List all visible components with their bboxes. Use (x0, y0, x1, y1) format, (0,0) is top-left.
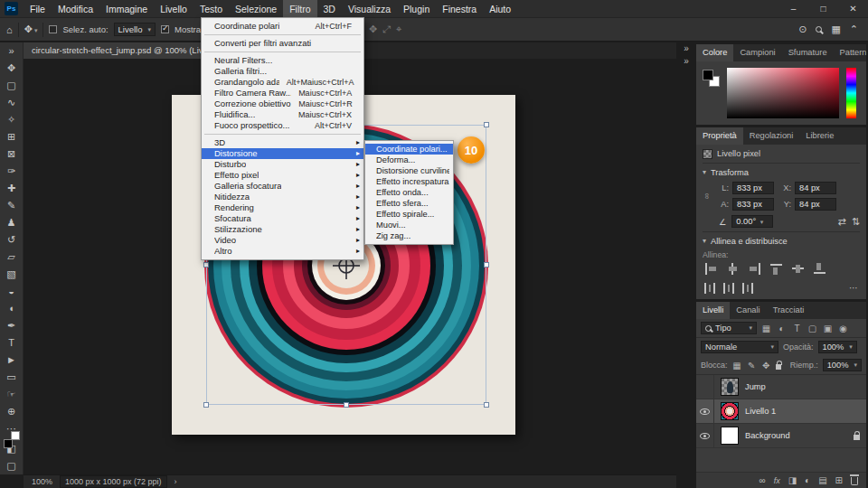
auto-select-target-dropdown[interactable]: Livello▾ (114, 23, 156, 36)
frame-tool[interactable]: ⊠ (1, 145, 23, 163)
screen-mode-icon[interactable]: ▢ (1, 457, 23, 474)
filter-menu-item[interactable]: Neural Filters... ▸ (202, 55, 363, 66)
menubar-item[interactable]: Visualizza (342, 0, 397, 18)
add-layer-mask-icon[interactable]: ◨ (788, 473, 797, 488)
transform-handle[interactable] (484, 262, 489, 267)
transform-handle[interactable] (484, 402, 489, 408)
move-tool[interactable]: ✥ (1, 60, 23, 77)
menubar-item[interactable]: Selezione (229, 0, 283, 18)
flip-vertical-icon[interactable]: ⇅ (852, 216, 860, 228)
filter-menu-item[interactable]: Effetto pixel ▸ (202, 170, 363, 181)
menubar-item[interactable]: 3D (317, 0, 342, 18)
fill-dropdown[interactable]: 100%▾ (823, 359, 862, 371)
zoom-level[interactable]: 100% (32, 477, 52, 486)
hand-tool[interactable]: ☞ (1, 386, 23, 403)
submenu-item[interactable]: Effetto spirale... (365, 209, 453, 220)
foreground-background-swatches[interactable] (4, 439, 20, 440)
close-button[interactable]: ✕ (838, 0, 868, 18)
workspace-icon[interactable]: ▦ (831, 23, 840, 35)
panel-tab[interactable]: Regolazioni (743, 127, 800, 145)
x-field[interactable]: 84 px (795, 182, 836, 194)
lasso-tool[interactable]: ∿ (1, 94, 23, 111)
submenu-item[interactable]: Muovi... (365, 220, 453, 230)
lock-pixels-icon[interactable]: ✎ (747, 361, 757, 371)
filter-type-layers-icon[interactable]: T (791, 324, 803, 333)
gradient-tool[interactable]: ▧ (1, 266, 23, 283)
filter-menu-item[interactable]: Converti per filtri avanzati ▸ (202, 38, 363, 49)
delete-layer-icon[interactable] (851, 477, 858, 485)
minimize-button[interactable]: – (778, 0, 808, 18)
transform-handle[interactable] (344, 402, 349, 408)
healing-brush-tool[interactable]: ✚ (1, 180, 23, 197)
blend-mode-dropdown[interactable]: Normale▾ (701, 341, 778, 353)
maximize-button[interactable]: □ (808, 0, 838, 18)
filter-menu-item[interactable]: Video ▸ (202, 235, 363, 246)
filter-menu-item[interactable]: Fuoco prospettico... Alt+Ctrl+V ▸ (202, 120, 363, 131)
layer-thumbnail[interactable] (721, 402, 739, 420)
photoshop-icon[interactable]: Ps (5, 2, 18, 15)
saturation-brightness-field[interactable] (727, 68, 839, 118)
chevron-down-icon[interactable]: ▾ (703, 237, 706, 245)
layer-row-livello-1[interactable]: Livello 1 (696, 399, 866, 424)
camera-3d-icon[interactable]: ⌖ (396, 23, 401, 35)
panel-tab[interactable]: Pattern (834, 44, 866, 61)
document-tab[interactable]: circular-stretch-effect_jump.psd @ 100% … (24, 42, 209, 59)
layer-row-background[interactable]: Background (696, 424, 866, 448)
quick-selection-tool[interactable]: ✧ (1, 111, 23, 128)
align-left-icon[interactable] (704, 263, 718, 275)
submenu-item[interactable]: Effetto onda... (365, 187, 453, 198)
pen-tool[interactable]: ✒ (1, 317, 23, 334)
submenu-item[interactable]: Distorsione curvilinea... (365, 165, 453, 176)
panel-tab[interactable]: Tracciati (767, 302, 811, 319)
height-field[interactable]: 833 px (732, 198, 774, 211)
path-selection-tool[interactable]: ► (1, 352, 23, 369)
align-center-vertical-icon[interactable] (791, 263, 805, 275)
opacity-dropdown[interactable]: 100%▾ (818, 341, 857, 353)
panel-tab[interactable]: Campioni (733, 44, 781, 61)
layer-row-jump[interactable]: Jump (696, 375, 866, 399)
distribute-vertical-icon[interactable] (742, 283, 753, 295)
slide-3d-icon[interactable]: ⤢ (382, 23, 391, 35)
filter-menu-item[interactable]: Nitidezza ▸ (202, 192, 363, 202)
history-brush-tool[interactable]: ↺ (1, 231, 23, 249)
flip-horizontal-icon[interactable]: ⇄ (838, 216, 846, 228)
hue-slider[interactable] (846, 68, 856, 118)
layer-thumbnail[interactable] (721, 378, 739, 396)
align-top-icon[interactable] (769, 263, 783, 275)
zoom-tool[interactable]: ⊕ (1, 403, 23, 420)
menubar-item[interactable]: Finestra (436, 0, 483, 18)
auto-select-checkbox[interactable] (49, 25, 57, 33)
align-bottom-icon[interactable] (813, 263, 826, 275)
new-group-icon[interactable]: ▤ (818, 473, 826, 488)
filter-smart-objects-icon[interactable]: ▣ (822, 324, 834, 333)
visibility-toggle[interactable] (696, 399, 714, 423)
chevron-up-icon[interactable]: ⌃ (850, 23, 858, 35)
type-tool[interactable]: T (1, 334, 23, 352)
crop-tool[interactable]: ⊞ (1, 128, 23, 145)
align-center-horizontal-icon[interactable] (726, 263, 740, 275)
collapse-tools-icon[interactable]: » (1, 42, 23, 60)
lock-all-icon[interactable] (776, 364, 781, 370)
lock-transparency-icon[interactable]: ▦ (732, 361, 742, 371)
menubar-item[interactable]: Livello (154, 0, 193, 18)
filter-menu-item[interactable]: Altro ▸ (202, 246, 363, 257)
distribute-horizontal-icon[interactable] (704, 283, 715, 295)
filter-menu-item[interactable]: Coordinate polari Alt+Ctrl+F ▸ (202, 21, 363, 32)
visibility-toggle[interactable] (696, 424, 714, 447)
filter-menu-item[interactable]: Fluidifica... Maiusc+Ctrl+X ▸ (202, 109, 363, 120)
menubar-item[interactable]: Testo (193, 0, 229, 18)
panel-tab[interactable]: Canali (730, 302, 766, 319)
move-tool-preset-icon[interactable]: ✥▾ (24, 23, 38, 35)
menubar-item[interactable]: Modifica (52, 0, 99, 18)
lock-position-icon[interactable]: ✥ (761, 361, 771, 371)
y-field[interactable]: 84 px (795, 198, 836, 211)
home-icon[interactable]: ⌂ (6, 24, 13, 35)
menubar-item[interactable]: File (24, 0, 52, 18)
layer-filter-dropdown[interactable]: Tipo ▾ (701, 322, 757, 334)
transform-handle[interactable] (484, 122, 489, 127)
submenu-item[interactable]: Coordinate polari... (365, 144, 453, 155)
filter-menu-item[interactable]: Galleria sfocatura ▸ (202, 181, 363, 192)
chevron-down-icon[interactable]: ▾ (703, 168, 706, 176)
menubar-item[interactable]: Plugin (397, 0, 436, 18)
collapse-panels-icon[interactable]: » (676, 42, 696, 55)
